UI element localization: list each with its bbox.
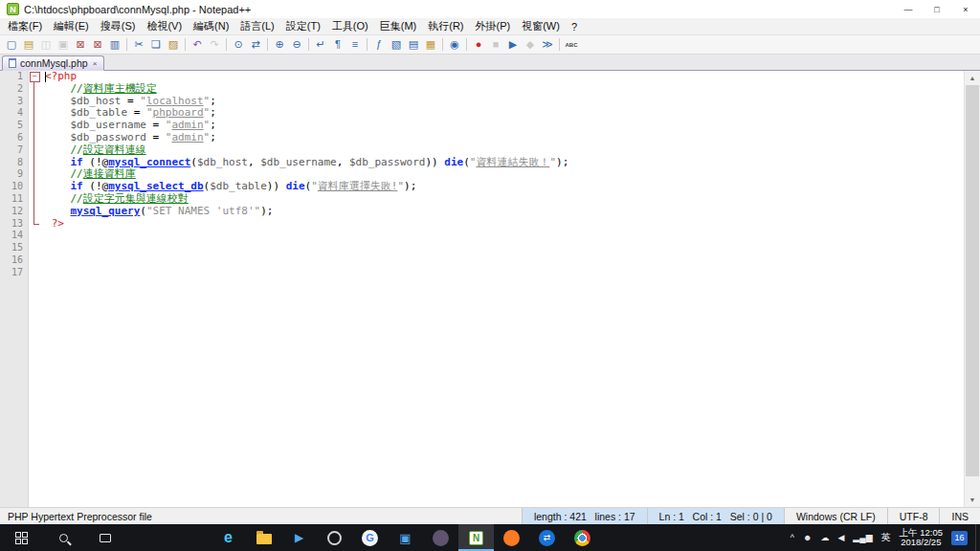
- menu-view[interactable]: 檢視(V): [141, 19, 188, 33]
- run-macro-multiple-button[interactable]: ≫: [539, 36, 556, 54]
- replace-button[interactable]: ⇄: [247, 36, 264, 54]
- save-macro-button[interactable]: ◆: [522, 36, 539, 54]
- folder-as-workspace-button[interactable]: ▦: [422, 36, 439, 54]
- taskbar-apps: e▶G▣N⇄: [211, 524, 600, 551]
- vertical-scrollbar[interactable]: ▲ ▼: [964, 71, 980, 507]
- taskbar-dark-app-button[interactable]: [423, 524, 458, 551]
- code-text: [42, 230, 45, 242]
- save-all-button[interactable]: ▣: [55, 36, 72, 54]
- tab-close-icon[interactable]: ×: [92, 59, 99, 68]
- stop-recording-button[interactable]: ■: [487, 36, 504, 54]
- taskbar-google-button[interactable]: G: [352, 524, 388, 551]
- code-editor[interactable]: 1<?php2 //資料庫主機設定3 $db_host = "localhost…: [0, 71, 964, 507]
- tab-connmysql[interactable]: connMysql.php ×: [2, 55, 104, 71]
- menu-plugins[interactable]: 外掛(P): [470, 19, 517, 33]
- print-button[interactable]: ▥: [106, 36, 123, 54]
- zoom-out-button[interactable]: ⊖: [288, 36, 305, 54]
- function-list-button[interactable]: ƒ: [370, 36, 388, 54]
- taskbar-clock[interactable]: 上午 12:05 2018/2/25: [900, 528, 943, 548]
- chrome-icon: [574, 530, 590, 546]
- show-all-characters-button[interactable]: ¶: [329, 36, 346, 54]
- fold-toggle[interactable]: [29, 71, 42, 83]
- taskbar-notepad-plus-plus-button[interactable]: N: [458, 524, 494, 551]
- taskbar-teamviewer-button[interactable]: ⇄: [529, 524, 565, 551]
- word-wrap-button[interactable]: ↵: [312, 36, 329, 54]
- taskbar-file-explorer-button[interactable]: [246, 524, 281, 551]
- status-insert-mode[interactable]: INS: [939, 508, 980, 524]
- editor-line-12: 12 mysql_query("SET NAMES 'utf8'");: [0, 206, 964, 218]
- document-map-button[interactable]: ▧: [388, 36, 405, 54]
- taskbar-xampp-button[interactable]: [494, 524, 529, 551]
- redo-button[interactable]: ↷: [206, 36, 223, 54]
- menu-tools[interactable]: 工具(O): [326, 19, 374, 33]
- save-file-button[interactable]: ◫: [37, 36, 55, 54]
- menu-window[interactable]: 視窗(W): [516, 19, 566, 33]
- task-view-button[interactable]: [84, 524, 126, 551]
- volume-icon[interactable]: ◀: [837, 534, 844, 542]
- indent-guide-button[interactable]: ≡: [346, 36, 364, 54]
- find-button[interactable]: ⊙: [230, 36, 247, 54]
- close-file-button[interactable]: ⊠: [72, 36, 89, 54]
- scrollbar-track[interactable]: [965, 85, 980, 493]
- copy-button[interactable]: ❏: [147, 36, 165, 54]
- open-file-button[interactable]: ▤: [20, 36, 37, 54]
- minimize-button[interactable]: —: [894, 0, 923, 18]
- status-eol-format[interactable]: Windows (CR LF): [784, 508, 887, 524]
- menu-settings[interactable]: 設定(T): [280, 19, 326, 33]
- menu-help[interactable]: ?: [566, 21, 583, 33]
- menu-run[interactable]: 執行(R): [422, 19, 469, 33]
- menu-encoding[interactable]: 編碼(N): [188, 19, 234, 33]
- tray-icons: ^☻☁◀▂▄▆: [791, 534, 873, 542]
- menu-file[interactable]: 檔案(F): [2, 19, 48, 33]
- notepad-plus-plus-logo-icon: N: [7, 3, 19, 15]
- record-macro-icon: ●: [476, 39, 482, 50]
- menu-language[interactable]: 語言(L): [234, 19, 279, 33]
- hidden-icons-chevron[interactable]: ^: [791, 534, 794, 542]
- taskbar-chrome-button[interactable]: [565, 524, 600, 551]
- playback-macro-icon: ▶: [509, 39, 517, 50]
- status-cursor-position: Ln : 1 Col : 1 Sel : 0 | 0: [647, 508, 784, 524]
- playback-macro-button[interactable]: ▶: [504, 36, 522, 54]
- undo-button[interactable]: ↶: [189, 36, 206, 54]
- network-icon[interactable]: ▂▄▆: [853, 534, 872, 542]
- cut-button[interactable]: ✂: [130, 36, 147, 54]
- menu-search[interactable]: 搜尋(S): [95, 19, 142, 33]
- code-text: [42, 242, 45, 254]
- new-file-button[interactable]: ▢: [3, 36, 20, 54]
- paste-button[interactable]: ▨: [165, 36, 182, 54]
- scrollbar-thumb[interactable]: [966, 85, 979, 476]
- monitoring-button[interactable]: ◉: [446, 36, 463, 54]
- scroll-up-button[interactable]: ▲: [965, 71, 980, 85]
- menu-edit[interactable]: 編輯(E): [48, 19, 95, 33]
- toolbar-separator: [442, 38, 443, 51]
- taskbar-media-player-button[interactable]: ▶: [281, 524, 317, 551]
- close-all-button[interactable]: ⊠: [89, 36, 106, 54]
- onedrive-icon[interactable]: ☁: [820, 534, 829, 542]
- scroll-down-button[interactable]: ▼: [965, 493, 980, 507]
- status-encoding[interactable]: UTF-8: [887, 508, 940, 524]
- taskbar-search-button[interactable]: [42, 524, 84, 551]
- line-number: 15: [0, 242, 29, 254]
- show-desktop-button[interactable]: [975, 524, 980, 551]
- toolbar-separator: [226, 38, 227, 51]
- taskbar-settings-button[interactable]: [317, 524, 352, 551]
- document-list-button[interactable]: ▤: [405, 36, 422, 54]
- fold-guide: [29, 157, 42, 169]
- menu-macro[interactable]: 巨集(M): [374, 19, 423, 33]
- zoom-in-button[interactable]: ⊕: [271, 36, 288, 54]
- record-macro-button[interactable]: ●: [470, 36, 487, 54]
- user-icon[interactable]: ☻: [803, 534, 812, 542]
- tab-bar: connMysql.php ×: [0, 55, 980, 71]
- print-icon: ▥: [110, 39, 120, 50]
- new-file-icon: ▢: [7, 39, 16, 50]
- editor-line-8: 8 if (!@mysql_connect($db_host, $db_user…: [0, 157, 964, 169]
- close-button[interactable]: ×: [951, 0, 980, 18]
- maximize-button[interactable]: □: [923, 0, 951, 18]
- notification-badge[interactable]: 16: [951, 531, 968, 545]
- taskbar-photos-button[interactable]: ▣: [388, 524, 423, 551]
- ime-indicator[interactable]: 英: [881, 531, 891, 544]
- spell-check-button[interactable]: ABC: [563, 36, 580, 54]
- system-tray: ^☻☁◀▂▄▆ 英 上午 12:05 2018/2/25 16: [787, 524, 975, 551]
- start-button[interactable]: [0, 524, 42, 551]
- taskbar-edge-button[interactable]: e: [211, 524, 246, 551]
